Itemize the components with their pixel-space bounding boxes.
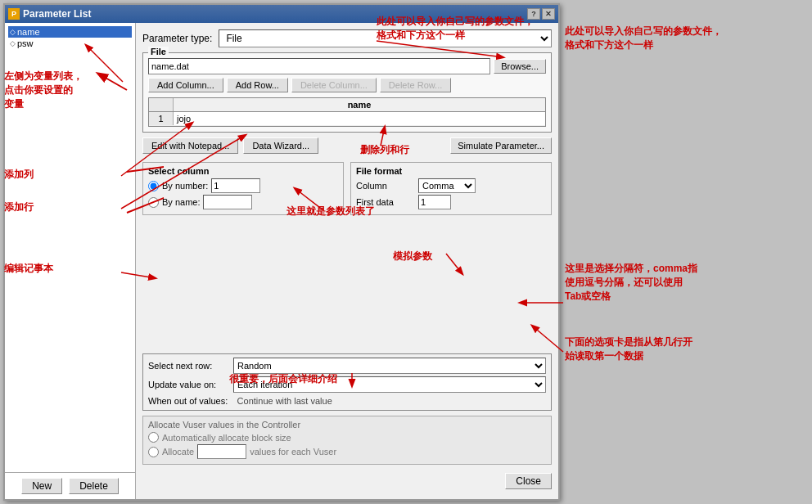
bottom-buttons: New Delete <box>5 473 135 499</box>
title-bar: P Parameter List ? ✕ <box>5 5 558 23</box>
options-left: Select column By number: By name: <box>142 162 344 349</box>
manual-allocate-radio[interactable] <box>148 447 159 457</box>
update-value-label: Update value on: <box>148 380 230 389</box>
next-row-area: Select next row: Random Update value on:… <box>142 353 552 411</box>
right-annotations: 此处可以导入你自己写的参数文件， 格式和下方这个一样 这里是选择分隔符，comm… <box>565 0 812 504</box>
data-grid: name 1 jojo <box>148 97 546 127</box>
allocate-suffix: values for each Vuser <box>250 447 336 457</box>
by-name-row: By name: <box>148 195 338 209</box>
select-column-group: Select column By number: By name: <box>142 162 344 215</box>
new-button[interactable]: New <box>21 478 62 494</box>
when-out-label: When out of values: <box>148 396 228 406</box>
file-section-label: File <box>148 47 169 56</box>
by-name-label: By name: <box>162 197 200 207</box>
allocate-title: Allocate Vuser values in the Controller <box>148 420 546 430</box>
auto-allocate-label: Automatically allocate block size <box>162 433 291 443</box>
add-column-button[interactable]: Add Column... <box>148 78 223 92</box>
grid-header: name <box>149 98 545 112</box>
tree-item-name[interactable]: ◇ name <box>8 26 132 38</box>
tree-icon-psw: ◇ <box>10 39 16 47</box>
data-wizard-button[interactable]: Data Wizard... <box>243 137 318 154</box>
when-out-row: When out of values: Continue with last v… <box>148 395 546 407</box>
next-row-label: Select next row: <box>148 361 230 371</box>
by-number-row: By number: <box>148 178 338 193</box>
tree-icon-name: ◇ <box>10 28 16 36</box>
allocate-input[interactable] <box>197 444 246 459</box>
column-format-label: Column <box>356 181 413 191</box>
window-title: Parameter List <box>23 8 91 20</box>
file-section: File Browse... Add Column... Add Row... … <box>142 52 552 133</box>
help-button[interactable]: ? <box>527 8 540 20</box>
first-data-input[interactable] <box>418 195 451 209</box>
action-buttons: Add Column... Add Row... Delete Column..… <box>148 78 546 92</box>
manual-allocate-label: Allocate <box>162 447 194 457</box>
window-icon: P <box>8 8 20 20</box>
by-number-input[interactable] <box>211 178 260 193</box>
by-number-radio[interactable] <box>148 181 159 191</box>
param-type-select[interactable]: File <box>219 29 552 47</box>
column-format-row: Column Comma <box>356 178 546 193</box>
grid-row-num: 1 <box>149 112 174 125</box>
first-data-row: First data <box>356 195 546 209</box>
left-panel: ◇ name ◇ psw New Delete <box>5 23 136 499</box>
window-body: ◇ name ◇ psw New Delete Parameter type: … <box>5 23 558 499</box>
browse-button[interactable]: Browse... <box>494 59 546 74</box>
delete-button[interactable]: Delete <box>69 478 119 494</box>
grid-header-num <box>149 98 174 111</box>
by-number-label: By number: <box>162 181 208 191</box>
close-dialog-button[interactable]: Close <box>505 473 552 489</box>
manual-allocate-row: Allocate values for each Vuser <box>148 444 546 459</box>
grid-header-name: name <box>174 98 545 111</box>
param-type-label: Parameter type: <box>142 33 212 44</box>
title-bar-controls: ? ✕ <box>527 8 555 20</box>
table-row[interactable]: 1 jojo <box>149 112 545 126</box>
tree-label-name: name <box>17 27 40 37</box>
tree-area: ◇ name ◇ psw <box>5 23 135 473</box>
by-name-input[interactable] <box>203 195 252 209</box>
close-button[interactable]: ✕ <box>542 8 555 20</box>
file-format-group: File format Column Comma First data <box>350 162 552 215</box>
ann-separator-right: 这里是选择分隔符，comma指 使用逗号分隔，还可以使用 Tab或空格 <box>565 262 697 303</box>
file-format-title: File format <box>356 166 546 176</box>
title-bar-left: P Parameter List <box>8 8 91 20</box>
when-out-value: Continue with last value <box>237 396 332 406</box>
tree-item-psw[interactable]: ◇ psw <box>8 38 132 49</box>
update-value-row: Update value on: Each iteration <box>148 376 546 393</box>
column-format-select[interactable]: Comma <box>418 178 476 193</box>
auto-allocate-row: Automatically allocate block size <box>148 432 546 443</box>
main-window: P Parameter List ? ✕ ◇ name ◇ psw New <box>3 3 560 501</box>
edit-notepad-button[interactable]: Edit with Notepad... <box>142 137 238 154</box>
add-row-button[interactable]: Add Row... <box>227 78 288 92</box>
simulate-button[interactable]: Simulate Parameter... <box>450 137 552 154</box>
tree-label-psw: psw <box>17 38 34 48</box>
param-type-row: Parameter type: File <box>142 29 552 47</box>
auto-allocate-radio[interactable] <box>148 432 159 443</box>
ann-first-row-right: 下面的选项卡是指从第几行开 始读取第一个数据 <box>565 335 692 363</box>
close-row: Close <box>142 470 552 493</box>
delete-column-button[interactable]: Delete Column... <box>291 78 377 92</box>
update-value-select[interactable]: Each iteration <box>233 376 546 393</box>
next-row-select[interactable]: Random <box>233 358 546 374</box>
options-area: Select column By number: By name: <box>142 162 552 349</box>
file-row: Browse... <box>148 58 546 74</box>
options-right: File format Column Comma First data <box>350 162 552 349</box>
right-panel: Parameter type: File File Browse... Add … <box>136 23 558 499</box>
file-input[interactable] <box>148 58 490 74</box>
delete-row-button[interactable]: Delete Row... <box>380 78 451 92</box>
ann-import-right: 此处可以导入你自己写的参数文件， 格式和下方这个一样 <box>565 25 722 52</box>
allocate-section: Allocate Vuser values in the Controller … <box>142 416 552 465</box>
by-name-radio[interactable] <box>148 197 159 208</box>
edit-buttons-row: Edit with Notepad... Data Wizard... Simu… <box>142 137 552 154</box>
select-column-title: Select column <box>148 166 338 176</box>
select-next-row-row: Select next row: Random <box>148 358 546 374</box>
grid-cell-value[interactable]: jojo <box>174 112 545 125</box>
first-data-label: First data <box>356 197 413 207</box>
